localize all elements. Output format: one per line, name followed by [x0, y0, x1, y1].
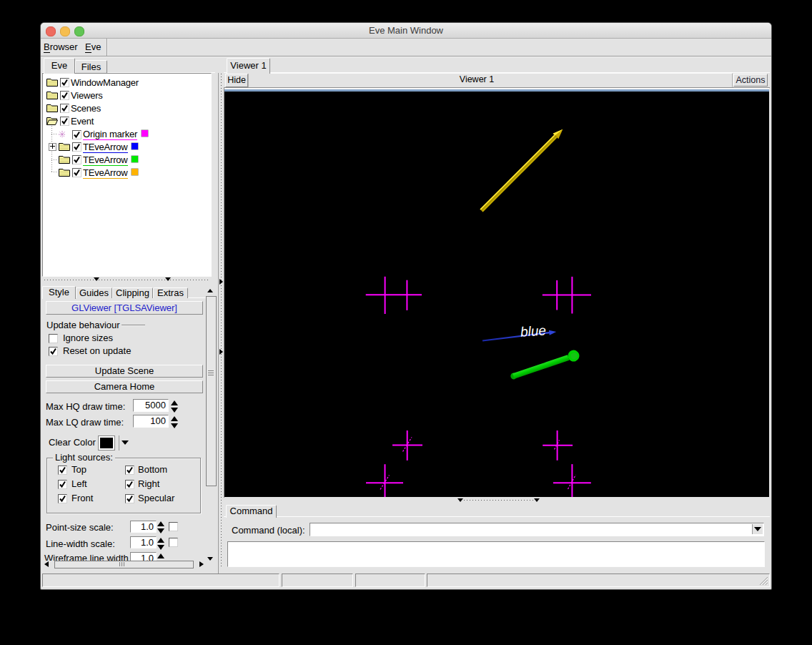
svg-text:blue: blue: [520, 322, 546, 339]
